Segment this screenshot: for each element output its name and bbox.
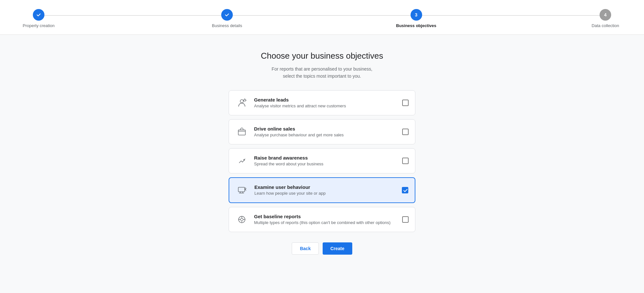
svg-point-0 <box>240 100 243 103</box>
button-row: Back Create <box>292 242 352 255</box>
drive-sales-icon <box>235 125 248 138</box>
sales-svg <box>237 127 247 137</box>
user-behaviour-text: Examine user behaviour Learn how people … <box>254 184 397 196</box>
page-subtitle: For reports that are personalised to you… <box>272 65 373 80</box>
generate-leads-icon <box>235 96 248 109</box>
generate-leads-title: Generate leads <box>254 97 397 103</box>
options-list: Generate leads Analyse visitor metrics a… <box>229 90 415 232</box>
step-label-3: Business objectives <box>396 23 436 28</box>
step-number-4: 4 <box>604 12 607 17</box>
subtitle-line2: select the topics most important to you. <box>283 73 361 79</box>
brand-svg <box>237 156 247 166</box>
svg-rect-6 <box>238 187 245 192</box>
brand-awareness-checkbox[interactable] <box>402 158 409 164</box>
create-button[interactable]: Create <box>323 242 352 255</box>
step-label-1: Property creation <box>23 23 55 28</box>
checkmark-icon <box>36 12 41 17</box>
step-label-4: Data collection <box>592 23 619 28</box>
baseline-reports-checkbox[interactable] <box>402 216 409 223</box>
option-get-baseline-reports[interactable]: Get baseline reports Multiple types of r… <box>229 207 415 232</box>
subtitle-line1: For reports that are personalised to you… <box>272 66 373 72</box>
back-button[interactable]: Back <box>292 242 318 255</box>
option-drive-online-sales[interactable]: Drive online sales Analyse purchase beha… <box>229 119 415 144</box>
stepper: Property creation Business details 3 Bus… <box>0 0 644 35</box>
leads-svg <box>237 98 247 108</box>
baseline-reports-title: Get baseline reports <box>254 214 397 219</box>
generate-leads-text: Generate leads Analyse visitor metrics a… <box>254 97 397 108</box>
option-examine-user-behaviour[interactable]: Examine user behaviour Learn how people … <box>229 177 415 203</box>
stepper-line <box>39 15 605 16</box>
step-circle-3: 3 <box>411 9 422 21</box>
brand-awareness-text: Raise brand awareness Spread the word ab… <box>254 155 397 166</box>
brand-awareness-desc: Spread the word about your business <box>254 161 397 166</box>
baseline-reports-icon <box>235 213 248 226</box>
drive-sales-desc: Analyse purchase behaviour and get more … <box>254 132 397 137</box>
page-title: Choose your business objectives <box>261 51 383 61</box>
generate-leads-desc: Analyse visitor metrics and attract new … <box>254 103 397 108</box>
drive-sales-checkbox[interactable] <box>402 129 409 135</box>
step-circle-1 <box>33 9 44 21</box>
user-behaviour-title: Examine user behaviour <box>254 184 397 190</box>
user-behaviour-checkbox[interactable] <box>402 187 408 193</box>
step-circle-4: 4 <box>600 9 611 21</box>
step-property-creation: Property creation <box>19 9 58 28</box>
svg-point-9 <box>241 218 243 221</box>
step-circle-2 <box>221 9 233 21</box>
brand-awareness-title: Raise brand awareness <box>254 155 397 161</box>
option-generate-leads[interactable]: Generate leads Analyse visitor metrics a… <box>229 90 415 115</box>
step-label-2: Business details <box>212 23 242 28</box>
step-business-objectives: 3 Business objectives <box>396 9 436 28</box>
baseline-reports-desc: Multiple types of reports (this option c… <box>254 220 397 225</box>
option-raise-brand-awareness[interactable]: Raise brand awareness Spread the word ab… <box>229 148 415 173</box>
drive-sales-text: Drive online sales Analyse purchase beha… <box>254 126 397 137</box>
step-data-collection: 4 Data collection <box>586 9 625 28</box>
user-behaviour-icon <box>236 184 249 197</box>
svg-point-1 <box>244 99 246 101</box>
checkmark-icon-2 <box>224 12 230 17</box>
behaviour-svg <box>237 185 247 195</box>
baseline-reports-text: Get baseline reports Multiple types of r… <box>254 214 397 225</box>
baseline-svg <box>237 214 247 225</box>
generate-leads-checkbox[interactable] <box>402 100 409 106</box>
svg-rect-5 <box>238 130 245 135</box>
main-content: Choose your business objectives For repo… <box>0 35 644 268</box>
brand-awareness-icon <box>235 154 248 167</box>
drive-sales-title: Drive online sales <box>254 126 397 132</box>
step-business-details: Business details <box>208 9 246 28</box>
user-behaviour-desc: Learn how people use your site or app <box>254 191 397 196</box>
step-number-3: 3 <box>415 12 418 17</box>
